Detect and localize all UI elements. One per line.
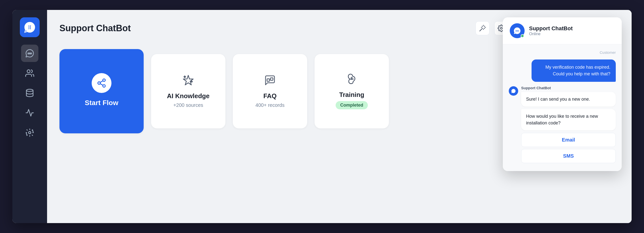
online-status-indicator xyxy=(521,34,524,38)
svg-rect-13 xyxy=(270,78,273,80)
sidebar xyxy=(12,10,47,223)
start-flow-card[interactable]: Start Flow xyxy=(60,49,144,133)
chat-bot-status: Online xyxy=(529,32,615,36)
svg-point-14 xyxy=(516,31,516,32)
svg-rect-12 xyxy=(267,79,270,81)
sms-option-button[interactable]: SMS xyxy=(521,149,616,163)
svg-point-15 xyxy=(517,31,518,32)
page-title: Support ChatBot xyxy=(60,23,131,34)
bot-label: Support ChatBot xyxy=(521,86,616,90)
chat-header: Support ChatBot Online xyxy=(503,17,622,44)
training-icon-wrap xyxy=(346,73,358,86)
svg-point-16 xyxy=(518,31,519,32)
magic-icon-button[interactable] xyxy=(476,21,490,35)
sidebar-item-analytics[interactable] xyxy=(21,104,38,121)
faq-subtitle: 400+ records xyxy=(255,102,284,108)
svg-rect-0 xyxy=(28,25,29,29)
faq-card[interactable]: FAQ 400+ records xyxy=(233,54,307,128)
start-flow-title: Start Flow xyxy=(85,99,118,107)
brain-icon xyxy=(346,73,358,85)
bot-reply-1: Sure! I can send you a new one. xyxy=(521,92,616,107)
chat-header-info: Support ChatBot Online xyxy=(529,25,615,36)
sidebar-item-database[interactable] xyxy=(21,84,38,102)
bot-messages-stack: Support ChatBot Sure! I can send you a n… xyxy=(521,86,616,165)
faq-icon-wrap xyxy=(264,74,276,87)
magic-wand-icon xyxy=(479,25,486,32)
bot-reply-2: How would you like to receive a new inst… xyxy=(521,109,616,130)
training-card[interactable]: Training Completed xyxy=(314,54,389,128)
chat-bot-avatar xyxy=(510,23,524,38)
faq-title: FAQ xyxy=(263,92,276,100)
email-option-button[interactable]: Email xyxy=(521,133,616,147)
sidebar-item-chatbot[interactable] xyxy=(21,45,38,62)
chatbot-nav-icon xyxy=(25,49,34,58)
logo-icon xyxy=(24,21,36,33)
chat-messages: Customer My verification code has expire… xyxy=(503,44,622,171)
training-completed-badge: Completed xyxy=(336,101,368,109)
sidebar-item-integrations[interactable] xyxy=(21,124,38,141)
sidebar-item-users[interactable] xyxy=(21,65,38,82)
flow-icon xyxy=(96,78,106,88)
integrations-nav-icon xyxy=(25,128,34,137)
analytics-nav-icon xyxy=(25,108,34,117)
database-nav-icon xyxy=(25,89,34,97)
users-nav-icon xyxy=(25,69,34,78)
customer-label: Customer xyxy=(509,50,616,55)
svg-point-5 xyxy=(27,70,30,73)
ai-knowledge-card[interactable]: AI Knowledge +200 sources xyxy=(151,54,226,128)
customer-message-bubble: My verification code has expired. Could … xyxy=(532,60,616,82)
ai-knowledge-icon-wrap xyxy=(182,74,194,87)
training-title: Training xyxy=(339,91,364,99)
svg-point-8 xyxy=(500,27,502,29)
chat-bot-avatar-icon xyxy=(513,27,521,35)
ai-knowledge-title: AI Knowledge xyxy=(167,92,210,100)
start-flow-icon-circle xyxy=(92,73,112,93)
bot-avatar-small xyxy=(509,86,518,96)
chat-bot-name: Support ChatBot xyxy=(529,25,615,32)
chat-bubbles-icon xyxy=(264,74,276,86)
svg-point-4 xyxy=(30,53,32,54)
svg-rect-1 xyxy=(31,25,32,29)
ai-knowledge-subtitle: +200 sources xyxy=(174,102,203,108)
sparkles-icon xyxy=(182,74,194,86)
bot-avatar-small-icon xyxy=(511,89,516,93)
bot-message-row: Support ChatBot Sure! I can send you a n… xyxy=(509,86,616,165)
sidebar-logo[interactable] xyxy=(20,17,40,37)
chat-overlay: Support ChatBot Online Customer My verif… xyxy=(503,17,622,171)
svg-point-6 xyxy=(26,89,33,91)
